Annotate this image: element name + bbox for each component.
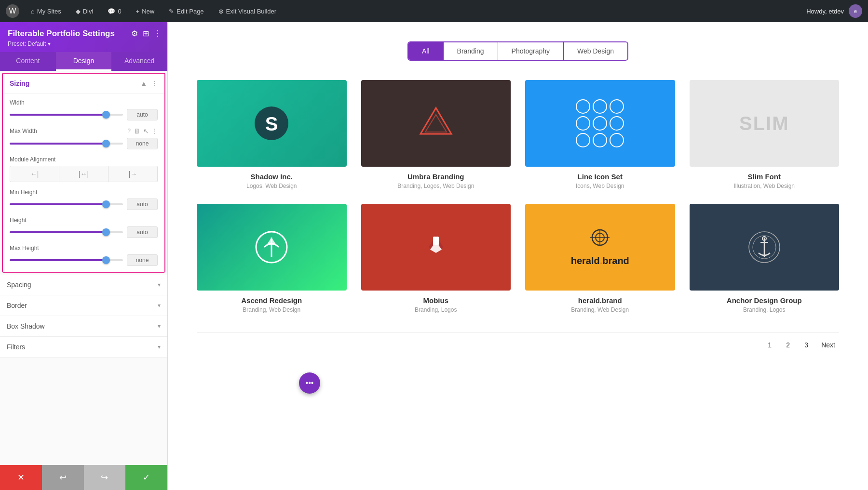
align-left-btn[interactable]: ←| [10,166,59,182]
filters-section[interactable]: Filters ▾ [0,337,167,358]
more-icon-mw[interactable]: ⋮ [152,128,158,134]
columns-icon[interactable]: ⊞ [143,29,149,38]
portfolio-item-umbra[interactable]: Umbra Branding Branding, Logos, Web Desi… [361,80,511,189]
maxheight-slider-row: none [10,254,158,266]
svg-point-5 [593,100,607,113]
more-options-icon[interactable]: ⋮ [154,29,162,38]
divi-menu[interactable]: ◆ Divi [73,6,96,17]
portfolio-thumb-umbra [361,80,511,167]
portfolio-item-mobius[interactable]: Mobius Branding, Logos [361,204,511,313]
filter-webdesign[interactable]: Web Design [564,42,627,60]
maxheight-label: Max Height [10,245,158,252]
portfolio-item-slim[interactable]: SLIM Slim Font Illustration, Web Design [690,80,840,189]
cancel-button[interactable]: ✕ [0,465,42,490]
my-sites-menu[interactable]: ⌂ My Sites [28,6,64,17]
spacing-section[interactable]: Spacing ▾ [0,275,167,295]
fab-button[interactable]: ••• [299,372,320,394]
tab-design[interactable]: Design [56,52,112,71]
mobius-logo [417,228,455,266]
maxheight-slider-fill [10,259,106,261]
portfolio-content: All Branding Photography Web Design S Sh… [168,22,868,490]
maxwidth-slider-thumb[interactable] [102,140,110,147]
svg-point-8 [593,117,607,130]
maxheight-slider-track[interactable] [10,259,123,261]
sizing-section-icons: ▲ ⋮ [140,79,158,87]
new-menu[interactable]: + New [133,6,158,17]
panel-preset[interactable]: Preset: Default ▾ [8,40,160,47]
home-icon: ⌂ [31,8,35,15]
item-title-slim: Slim Font [690,172,840,181]
redo-button[interactable]: ↪ [84,465,126,490]
save-button[interactable]: ✓ [125,465,167,490]
desktop-icon[interactable]: 🖥 [134,127,140,135]
minheight-slider-fill [10,203,106,205]
portfolio-item-lineicon[interactable]: Line Icon Set Icons, Web Design [525,80,675,189]
svg-point-7 [576,117,590,130]
chevron-down-icon: ▾ [48,40,51,47]
alignment-label: Module Alignment [10,156,158,163]
filter-all[interactable]: All [408,42,444,60]
page-1[interactable]: 1 [762,338,777,352]
maxwidth-slider-track[interactable] [10,143,123,145]
boxshadow-chevron: ▾ [158,323,161,330]
page-next[interactable]: Next [817,339,839,351]
edit-page-btn[interactable]: ✎ Edit Page [166,6,206,17]
item-cats-shadow: Logos, Web Design [197,183,347,189]
svg-point-10 [576,133,590,147]
collapse-icon[interactable]: ▲ [140,79,147,87]
portfolio-item-ascend[interactable]: Ascend Redesign Branding, Web Design [197,204,347,313]
comments-count: 0 [118,8,121,15]
portfolio-item-herald[interactable]: herald.brand herald.brand Branding, Web … [525,204,675,313]
boxshadow-section[interactable]: Box Shadow ▾ [0,316,167,337]
sizing-section-header[interactable]: Sizing ▲ ⋮ [3,74,164,93]
edit-page-label: Edit Page [176,8,203,15]
help-icon[interactable]: ? [127,128,131,134]
ascend-logo [252,228,291,266]
portfolio-item-anchor[interactable]: Anchor Design Group Branding, Logos [690,204,840,313]
wordpress-icon[interactable]: W [6,4,19,18]
portfolio-thumb-lineicon [525,80,675,167]
align-right-btn[interactable]: |→ [108,166,158,182]
portfolio-grid: S Shadow Inc. Logos, Web Design [197,80,839,313]
height-slider-thumb[interactable] [102,228,110,236]
maxwidth-icons: ? 🖥 ↖ ⋮ [127,127,158,135]
border-section[interactable]: Border ▾ [0,295,167,316]
item-title-mobius: Mobius [361,296,511,305]
maxheight-value[interactable]: none [127,254,158,266]
page-2[interactable]: 2 [781,338,795,352]
exit-builder-btn[interactable]: ⊗ Exit Visual Builder [216,6,280,17]
plus-icon: + [136,8,140,15]
tab-advanced[interactable]: Advanced [111,52,167,71]
height-value[interactable]: auto [127,226,158,238]
undo-button[interactable]: ↩ [42,465,84,490]
maxwidth-value[interactable]: none [127,138,158,149]
width-slider-track[interactable] [10,114,123,116]
umbra-logo [417,104,455,143]
width-slider-thumb[interactable] [102,111,110,119]
admin-bar-right: Howdy, etdev e [806,4,862,18]
exit-icon: ⊗ [218,8,224,15]
item-title-shadow: Shadow Inc. [197,172,347,181]
width-label: Width [10,99,158,106]
page-3[interactable]: 3 [799,338,814,352]
filters-title: Filters [7,343,25,351]
tab-content[interactable]: Content [0,52,56,71]
settings-icon[interactable]: ⚙ [131,29,138,38]
item-title-umbra: Umbra Branding [361,172,511,181]
cursor-icon[interactable]: ↖ [143,127,149,135]
height-slider-track[interactable] [10,231,123,233]
minheight-slider-track[interactable] [10,203,123,205]
portfolio-item-shadow[interactable]: S Shadow Inc. Logos, Web Design [197,80,347,189]
comments-menu[interactable]: 💬 0 [105,6,124,17]
user-avatar[interactable]: e [849,4,862,18]
width-value[interactable]: auto [127,109,158,120]
minheight-slider-thumb[interactable] [102,200,110,208]
filter-photography[interactable]: Photography [498,42,564,60]
align-center-btn[interactable]: |↔| [59,166,108,182]
filter-branding[interactable]: Branding [444,42,498,60]
more-icon[interactable]: ⋮ [151,79,158,87]
maxheight-slider-thumb[interactable] [102,256,110,264]
minheight-value[interactable]: auto [127,199,158,210]
more-icon-fab: ••• [306,379,314,387]
height-slider-fill [10,231,106,233]
